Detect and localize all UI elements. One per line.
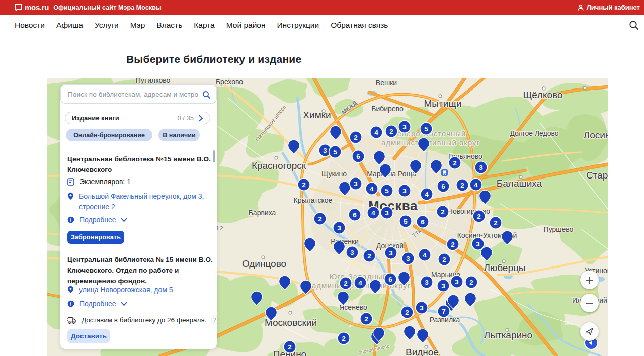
svg-text:4: 4 [474,181,478,189]
svg-text:5: 5 [424,125,428,133]
svg-text:Пуршево: Пуршево [544,225,574,233]
svg-text:3: 3 [455,278,459,286]
svg-text:3: 3 [476,240,480,248]
svg-text:3: 3 [441,282,445,290]
svg-text:2: 2 [442,256,446,263]
svg-text:4: 4 [374,129,378,136]
svg-text:2: 2 [494,219,498,227]
svg-text:5: 5 [404,218,408,225]
svg-text:3: 3 [425,279,429,286]
svg-text:Лосино-: Лосино- [584,130,608,140]
svg-text:2: 2 [354,134,358,141]
svg-text:3: 3 [403,187,407,195]
svg-text:2: 2 [405,309,409,316]
svg-text:Люберцы: Люберцы [484,262,525,273]
svg-text:2: 2 [469,279,473,286]
svg-text:2: 2 [460,182,464,189]
svg-text:5: 5 [333,148,337,156]
svg-text:2: 2 [318,215,322,223]
svg-text:2: 2 [453,159,457,167]
svg-text:Путилково: Путилково [136,78,171,84]
svg-text:6: 6 [353,211,357,219]
svg-text:4: 4 [423,251,427,259]
svg-text:5: 5 [385,187,389,195]
svg-text:Видное: Видное [406,347,439,356]
svg-text:3: 3 [350,249,354,256]
svg-text:7: 7 [442,308,446,315]
svg-text:Марьина Роща: Марьина Роща [367,170,416,178]
svg-text:Барвиха: Барвиха [249,209,276,217]
svg-text:3: 3 [479,164,483,171]
svg-text:3: 3 [420,304,424,312]
svg-text:4: 4 [371,209,375,217]
svg-text:Балашиха: Балашиха [497,178,542,189]
svg-text:Старая: Старая [586,170,608,181]
svg-text:Брехово: Брехово [216,78,243,86]
svg-text:3: 3 [385,209,389,217]
svg-text:3: 3 [406,255,410,262]
svg-text:Лыткарино: Лыткарино [484,330,532,340]
svg-text:Долгое Ледово: Долгое Ледово [510,129,558,137]
svg-text:6: 6 [441,183,445,190]
svg-text:6: 6 [356,153,360,160]
svg-text:2: 2 [477,213,481,220]
svg-text:Мытищи: Мытищи [424,98,461,109]
svg-text:Щёлково: Щёлково [523,90,562,100]
svg-text:2: 2 [344,280,348,287]
svg-text:3: 3 [354,180,358,188]
svg-text:Бибирево: Бибирево [371,105,404,113]
svg-text:Одинцово: Одинцово [242,258,286,269]
svg-text:3: 3 [389,249,393,257]
svg-text:4: 4 [425,191,429,198]
svg-text:4: 4 [370,185,374,193]
svg-text:2: 2 [342,335,346,342]
svg-text:административный округ: административный округ [381,138,480,147]
svg-text:3: 3 [323,147,327,154]
svg-text:Химки: Химки [303,110,331,120]
svg-text:4: 4 [358,279,362,287]
svg-text:Вешки: Вешки [376,79,397,87]
svg-text:6: 6 [388,276,392,283]
svg-text:3: 3 [337,224,341,232]
svg-text:2: 2 [451,241,455,248]
svg-text:6: 6 [421,218,425,226]
svg-text:Крылатское: Крылатское [294,196,333,204]
svg-text:2: 2 [302,181,306,189]
svg-text:2: 2 [367,252,371,260]
svg-text:2: 2 [441,208,445,216]
svg-text:3: 3 [403,123,407,131]
svg-text:2: 2 [364,315,368,323]
svg-text:2: 2 [288,343,292,351]
svg-text:2: 2 [389,128,393,135]
svg-text:Щукино: Щукино [321,170,347,178]
svg-text:Красногорск: Красногорск [252,160,306,171]
